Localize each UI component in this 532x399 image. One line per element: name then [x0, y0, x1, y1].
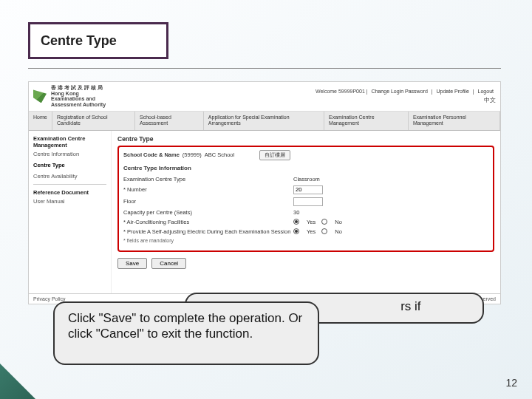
page-title: Centre Type	[117, 135, 494, 143]
label-clock: * Provide A Self-adjusting Electric Duri…	[123, 228, 293, 235]
menu-special-arrangements[interactable]: Application for Special Examination Arra…	[204, 112, 324, 130]
change-password-link[interactable]: Change Login Password	[372, 89, 428, 94]
label-number: * Number	[123, 186, 293, 193]
org-name: 香 港 考 試 及 評 核 局 Hong Kong Examinations a…	[51, 85, 106, 108]
menu-personnel[interactable]: Examination Personnel Management	[409, 112, 500, 130]
school-row: School Code & Name (59999) ABC School 自訂…	[123, 150, 488, 160]
page-number: 12	[505, 377, 517, 389]
school-code-value: (59999)	[183, 151, 202, 158]
main-content: Centre Type School Code & Name (59999) A…	[112, 131, 500, 293]
row-capacity: Capacity per Centre (Seats) 30	[123, 209, 488, 216]
input-number[interactable]	[293, 185, 323, 194]
radio-clock-no[interactable]	[321, 228, 327, 234]
org-name-en2: Examinations and	[51, 96, 106, 102]
slide-title: Centre Type	[41, 33, 117, 49]
sidebar-ref-title: Reference Document	[33, 189, 106, 196]
row-floor: Floor	[123, 197, 488, 206]
sidebar-item-user-manual[interactable]: User Manual	[33, 198, 106, 205]
welcome-text: Welcome 59999P001	[316, 89, 365, 94]
sidebar: Examination Centre Management Centre Inf…	[29, 131, 112, 293]
radio-clock-no-label: No	[335, 228, 342, 235]
menu-registration[interactable]: Registration of School Candidate	[52, 112, 135, 130]
sidebar-section-title: Examination Centre Management	[33, 135, 106, 149]
highlight-box: School Code & Name (59999) ABC School 自訂…	[117, 146, 494, 252]
logo-icon	[33, 89, 47, 103]
mandatory-note: * fields are mandatory	[123, 238, 488, 243]
school-code-label: School Code & Name	[123, 151, 180, 158]
custom-floor-button[interactable]: 自訂樓層	[259, 150, 290, 160]
radio-clock-yes[interactable]	[293, 228, 299, 234]
value-exam-centre-type: Classroom	[293, 176, 320, 183]
main-menu: Home Registration of School Candidate Sc…	[29, 112, 500, 131]
language-toggle[interactable]: 中文	[316, 96, 496, 104]
label-exam-centre-type: Examination Centre Type	[123, 176, 293, 183]
divider	[28, 68, 501, 69]
radio-aircon-no-label: No	[335, 219, 342, 225]
radio-clock: Yes No	[293, 228, 342, 235]
radio-aircon: Yes No	[293, 219, 342, 225]
footer-privacy[interactable]: Privacy Policy	[33, 296, 66, 301]
row-exam-centre-type: Examination Centre Type Classroom	[123, 176, 488, 183]
org-name-en1: Hong Kong	[51, 91, 106, 97]
radio-aircon-yes-label: Yes	[307, 219, 316, 225]
centre-type-info-heading: Centre Type Information	[123, 165, 488, 171]
update-profile-link[interactable]: Update Profile	[437, 89, 469, 94]
sidebar-item-centre-availability[interactable]: Centre Availability	[33, 173, 106, 180]
row-aircon: * Air-Conditioning Facilities Yes No	[123, 219, 488, 225]
sidebar-item-centre-info[interactable]: Centre Information	[33, 151, 106, 157]
logout-link[interactable]: Logout	[478, 89, 494, 94]
label-capacity: Capacity per Centre (Seats)	[123, 209, 293, 216]
app-window: 香 港 考 試 及 評 核 局 Hong Kong Examinations a…	[28, 81, 501, 304]
org-name-cjk: 香 港 考 試 及 評 核 局	[51, 85, 106, 91]
org-name-en3: Assessment Authority	[51, 102, 106, 108]
label-aircon: * Air-Conditioning Facilities	[123, 219, 293, 225]
school-name-value: ABC School	[205, 151, 234, 158]
radio-clock-yes-label: Yes	[307, 228, 316, 235]
mandatory-note-text: fields are mandatory	[127, 238, 174, 243]
topbar-right: Welcome 59999P001 | Change Login Passwor…	[316, 89, 496, 104]
topbar-links: Welcome 59999P001 | Change Login Passwor…	[316, 89, 496, 94]
row-number: * Number	[123, 185, 488, 194]
content-area: Examination Centre Management Centre Inf…	[29, 131, 500, 293]
radio-aircon-no[interactable]	[321, 219, 327, 225]
label-floor: Floor	[123, 198, 293, 205]
value-capacity: 30	[293, 209, 299, 216]
sidebar-divider	[33, 184, 106, 185]
row-clock: * Provide A Self-adjusting Electric Duri…	[123, 228, 488, 235]
sidebar-item-centre-type[interactable]: Centre Type	[33, 162, 106, 168]
button-row: Save Cancel	[117, 258, 494, 269]
slide-corner-icon	[0, 364, 35, 399]
callout-front: Click "Save" to complete the operation. …	[53, 301, 319, 365]
slide-title-box: Centre Type	[28, 22, 168, 59]
radio-aircon-yes[interactable]	[293, 219, 299, 225]
menu-exam-centre[interactable]: Examination Centre Management	[324, 112, 409, 130]
input-floor[interactable]	[293, 197, 323, 206]
menu-sba[interactable]: School-based Assessment	[135, 112, 204, 130]
menu-home[interactable]: Home	[29, 112, 52, 130]
save-button[interactable]: Save	[117, 258, 147, 269]
cancel-button[interactable]: Cancel	[151, 258, 186, 269]
topbar: 香 港 考 試 及 評 核 局 Hong Kong Examinations a…	[29, 82, 500, 112]
